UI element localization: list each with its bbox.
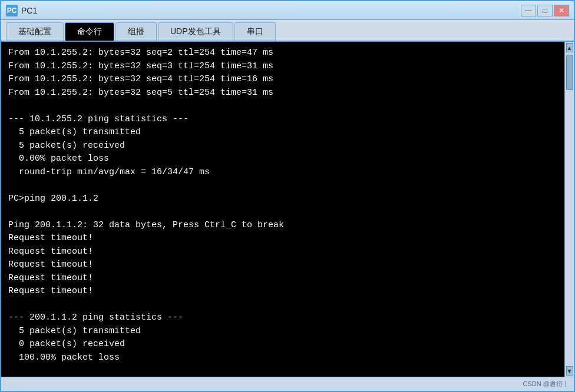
tab-multicast[interactable]: 组播 bbox=[115, 22, 157, 41]
tab-bar: 基础配置 命令行 组播 UDP发包工具 串口 bbox=[1, 20, 574, 42]
title-controls: — □ ✕ bbox=[521, 5, 569, 16]
scrollbar[interactable]: ▲ ▼ bbox=[564, 42, 574, 377]
content-area: From 10.1.255.2: bytes=32 seq=2 ttl=254 … bbox=[1, 42, 574, 377]
watermark: CSDN @君衍丨 bbox=[523, 380, 569, 388]
close-button[interactable]: ✕ bbox=[554, 5, 569, 16]
maximize-button[interactable]: □ bbox=[537, 5, 553, 16]
title-bar: PC PC1 — □ ✕ bbox=[1, 1, 574, 20]
tab-basic-config[interactable]: 基础配置 bbox=[6, 22, 64, 41]
minimize-button[interactable]: — bbox=[521, 5, 536, 16]
tab-command-line[interactable]: 命令行 bbox=[65, 22, 114, 41]
tab-serial[interactable]: 串口 bbox=[234, 22, 276, 41]
window-title: PC1 bbox=[21, 6, 37, 15]
scroll-thumb[interactable] bbox=[566, 55, 573, 90]
window-icon: PC bbox=[6, 5, 18, 16]
scroll-up-button[interactable]: ▲ bbox=[566, 43, 573, 52]
title-left: PC PC1 bbox=[6, 5, 37, 16]
status-bar: CSDN @君衍丨 bbox=[1, 377, 574, 391]
terminal-output[interactable]: From 10.1.255.2: bytes=32 seq=2 ttl=254 … bbox=[1, 42, 564, 377]
scroll-down-button[interactable]: ▼ bbox=[566, 366, 573, 376]
tab-udp-tool[interactable]: UDP发包工具 bbox=[158, 22, 233, 41]
main-window: PC PC1 — □ ✕ 基础配置 命令行 组播 UDP发包工具 串口 From… bbox=[0, 0, 575, 392]
